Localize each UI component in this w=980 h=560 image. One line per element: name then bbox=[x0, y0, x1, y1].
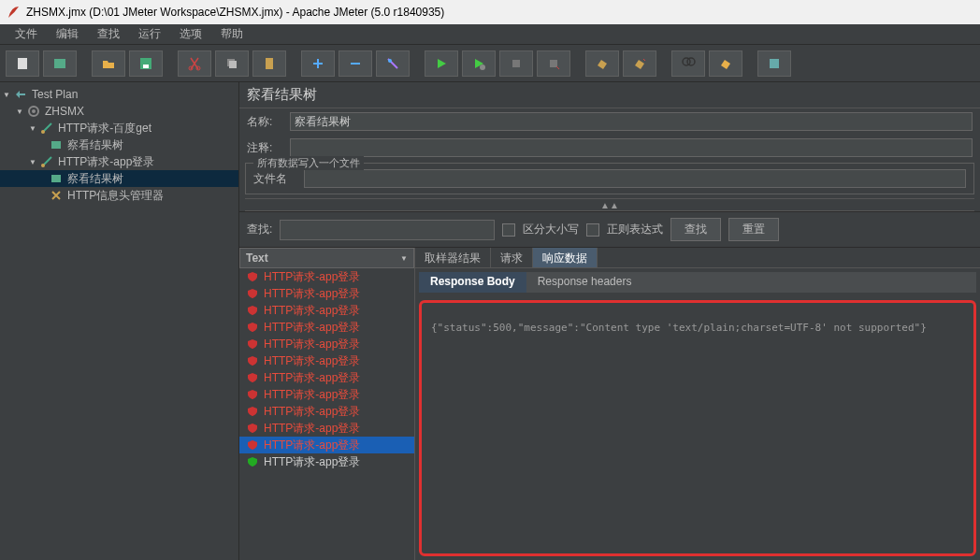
clear-all-button[interactable] bbox=[623, 50, 656, 77]
sampler-item-label: HTTP请求-app登录 bbox=[264, 438, 360, 453]
sampler-item-label: HTTP请求-app登录 bbox=[264, 387, 360, 403]
titlebar: ZHSMX.jmx (D:\01 JMeter Workspace\ZHSMX.… bbox=[0, 0, 980, 24]
sampler-item[interactable]: HTTP请求-app登录 bbox=[239, 386, 414, 403]
tree-label: ZHSMX bbox=[45, 105, 84, 118]
sampler-item[interactable]: HTTP请求-app登录 bbox=[239, 302, 414, 319]
reset-button[interactable]: 重置 bbox=[728, 218, 779, 241]
sampler-item[interactable]: HTTP请求-app登录 bbox=[239, 336, 414, 352]
reset-search-button[interactable] bbox=[709, 50, 742, 77]
search-input[interactable] bbox=[280, 220, 495, 240]
tree-http-request-1[interactable]: ▼ HTTP请求-百度get bbox=[0, 120, 238, 136]
case-checkbox[interactable] bbox=[502, 223, 515, 237]
tree-label: HTTP请求-百度get bbox=[58, 121, 151, 136]
collapse-button[interactable] bbox=[339, 50, 372, 77]
svg-rect-12 bbox=[550, 60, 557, 67]
sampler-item[interactable]: HTTP请求-app登录 bbox=[239, 369, 414, 386]
menu-help[interactable]: 帮助 bbox=[211, 24, 252, 44]
sampler-item-label: HTTP请求-app登录 bbox=[264, 337, 360, 352]
tab-request[interactable]: 请求 bbox=[491, 248, 533, 267]
sampler-item-label: HTTP请求-app登录 bbox=[264, 404, 360, 420]
find-button[interactable]: 查找 bbox=[670, 218, 721, 241]
renderer-dropdown[interactable]: Text ▼ bbox=[239, 248, 414, 268]
stop-button[interactable] bbox=[499, 50, 533, 77]
sampler-item[interactable]: HTTP请求-app登录 bbox=[239, 285, 414, 302]
menu-search[interactable]: 查找 bbox=[88, 24, 129, 44]
sampler-list: Text ▼ HTTP请求-app登录HTTP请求-app登录HTTP请求-ap… bbox=[239, 248, 415, 560]
menu-file[interactable]: 文件 bbox=[6, 24, 47, 44]
start-no-timer-button[interactable] bbox=[462, 50, 496, 77]
up-spinner[interactable]: ▲▲ bbox=[245, 198, 974, 211]
filename-label: 文件名 bbox=[253, 171, 296, 187]
svg-rect-11 bbox=[512, 60, 520, 67]
clear-button[interactable] bbox=[585, 50, 619, 77]
menu-run[interactable]: 运行 bbox=[129, 24, 170, 44]
tree-http-request-2[interactable]: ▼ HTTP请求-app登录 bbox=[0, 153, 238, 170]
tab-response-data[interactable]: 响应数据 bbox=[533, 248, 598, 267]
svg-point-18 bbox=[41, 130, 45, 134]
save-button[interactable] bbox=[129, 50, 163, 77]
tree-label: 察看结果树 bbox=[67, 137, 123, 153]
toggle-button[interactable] bbox=[376, 50, 410, 77]
tree-thread-group[interactable]: ▼ ZHSMX bbox=[0, 103, 238, 120]
name-input[interactable] bbox=[290, 112, 973, 131]
sampler-item[interactable]: HTTP请求-app登录 bbox=[239, 437, 414, 453]
toolbar bbox=[0, 45, 980, 82]
sampler-item-label: HTTP请求-app登录 bbox=[264, 303, 360, 319]
function-helper-button[interactable] bbox=[757, 50, 791, 77]
name-label: 名称: bbox=[247, 114, 282, 130]
sampler-item[interactable]: HTTP请求-app登录 bbox=[239, 268, 414, 285]
tree-label: Test Plan bbox=[32, 88, 78, 101]
tree-view-results-2[interactable]: 察看结果树 bbox=[0, 170, 238, 187]
comment-input[interactable] bbox=[290, 138, 973, 157]
sampler-item-label: HTTP请求-app登录 bbox=[264, 421, 360, 437]
copy-button[interactable] bbox=[215, 50, 249, 77]
menu-edit[interactable]: 编辑 bbox=[47, 24, 88, 44]
app-icon bbox=[6, 5, 21, 20]
cut-button[interactable] bbox=[178, 50, 211, 77]
paste-button[interactable] bbox=[252, 50, 286, 77]
tab-response-body[interactable]: Response Body bbox=[419, 272, 526, 293]
test-plan-tree[interactable]: ▼ Test Plan ▼ ZHSMX ▼ HTTP请求-百度get 察看结果树… bbox=[0, 82, 239, 560]
sampler-item[interactable]: HTTP请求-app登录 bbox=[239, 420, 414, 437]
svg-rect-15 bbox=[770, 59, 779, 68]
expand-button[interactable] bbox=[301, 50, 335, 77]
panel-title: 察看结果树 bbox=[239, 82, 980, 108]
svg-rect-3 bbox=[143, 65, 149, 68]
sampler-item[interactable]: HTTP请求-app登录 bbox=[239, 352, 414, 369]
shield-ok-icon bbox=[247, 456, 258, 467]
shutdown-button[interactable] bbox=[537, 50, 570, 77]
sampler-items[interactable]: HTTP请求-app登录HTTP请求-app登录HTTP请求-app登录HTTP… bbox=[239, 268, 414, 560]
start-button[interactable] bbox=[425, 50, 458, 77]
filename-input[interactable] bbox=[304, 169, 966, 188]
regex-checkbox[interactable] bbox=[586, 223, 599, 237]
sampler-item-label: HTTP请求-app登录 bbox=[264, 286, 360, 302]
shield-fail-icon bbox=[247, 372, 258, 383]
svg-rect-21 bbox=[51, 175, 61, 182]
shield-fail-icon bbox=[247, 271, 258, 282]
tree-test-plan[interactable]: ▼ Test Plan bbox=[0, 86, 238, 103]
shield-fail-icon bbox=[247, 355, 258, 366]
result-detail: 取样器结果 请求 响应数据 Response Body Response hea… bbox=[415, 248, 980, 560]
tree-label: HTTP请求-app登录 bbox=[58, 154, 154, 170]
menu-options[interactable]: 选项 bbox=[170, 24, 211, 44]
tree-label: 察看结果树 bbox=[67, 171, 123, 187]
svg-rect-8 bbox=[266, 58, 273, 69]
sampler-item[interactable]: HTTP请求-app登录 bbox=[239, 453, 414, 470]
sampler-item[interactable]: HTTP请求-app登录 bbox=[239, 319, 414, 336]
search-button[interactable] bbox=[671, 50, 705, 77]
case-label: 区分大小写 bbox=[523, 222, 579, 237]
comment-label: 注释: bbox=[247, 140, 282, 156]
search-bar: 查找: 区分大小写 正则表达式 查找 重置 bbox=[239, 211, 980, 248]
tab-response-headers[interactable]: Response headers bbox=[526, 272, 643, 293]
tree-view-results-1[interactable]: 察看结果树 bbox=[0, 136, 238, 153]
templates-button[interactable] bbox=[43, 50, 77, 77]
new-button[interactable] bbox=[6, 50, 39, 77]
tree-header-manager[interactable]: HTTP信息头管理器 bbox=[0, 187, 238, 204]
response-body-text[interactable]: {"status":500,"message":"Content type 't… bbox=[419, 300, 976, 556]
shield-fail-icon bbox=[247, 406, 258, 417]
sampler-item[interactable]: HTTP请求-app登录 bbox=[239, 403, 414, 420]
tab-sampler-result[interactable]: 取样器结果 bbox=[415, 248, 491, 267]
open-button[interactable] bbox=[92, 50, 125, 77]
sampler-item-label: HTTP请求-app登录 bbox=[264, 454, 360, 470]
window-title: ZHSMX.jmx (D:\01 JMeter Workspace\ZHSMX.… bbox=[26, 6, 444, 19]
